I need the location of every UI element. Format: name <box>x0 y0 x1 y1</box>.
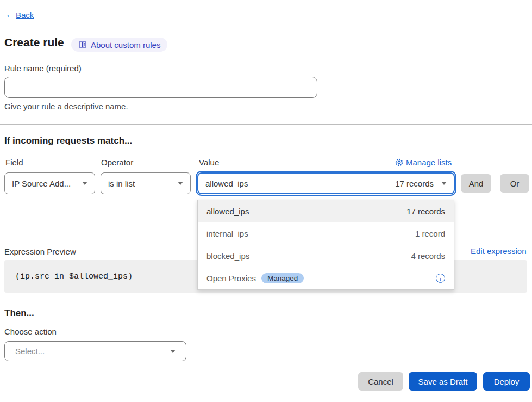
gear-icon <box>395 158 403 166</box>
and-button[interactable]: And <box>461 174 491 193</box>
or-button[interactable]: Or <box>500 174 529 193</box>
manage-lists-link[interactable]: Manage lists <box>395 158 452 167</box>
value-dropdown-panel: allowed_ips 17 records internal_ips 1 re… <box>197 200 454 290</box>
rule-name-label: Rule name (required) <box>4 64 82 73</box>
page-title: Create rule <box>4 36 64 49</box>
chevron-down-icon <box>170 350 176 353</box>
field-label: Field <box>5 158 23 167</box>
section-divider <box>0 124 532 125</box>
info-icon[interactable]: i <box>436 274 445 283</box>
rule-name-helper-text: Give your rule a descriptive name. <box>4 102 128 111</box>
back-link[interactable]: ←Back <box>5 9 34 20</box>
operator-select-value: is in list <box>108 179 135 188</box>
dropdown-item-open-proxies[interactable]: Open Proxies Managed i <box>198 267 454 289</box>
list-item-count: 1 record <box>415 229 445 238</box>
create-rule-page: ←Back Create rule About custom rules Rul… <box>0 0 532 402</box>
field-select-value: IP Source Add... <box>12 179 71 188</box>
dropdown-item-allowed-ips[interactable]: allowed_ips 17 records <box>198 200 454 222</box>
list-item-count: 4 records <box>411 251 445 261</box>
edit-expression-link[interactable]: Edit expression <box>471 246 527 256</box>
then-section-heading: Then... <box>4 308 34 319</box>
operator-select[interactable]: is in list <box>101 172 191 194</box>
expression-code: (ip.src in $allowed_ips) <box>15 272 133 281</box>
value-select-record-count: 17 records <box>395 179 434 188</box>
list-item-name: allowed_ips <box>206 207 249 216</box>
list-item-name: internal_ips <box>206 229 248 238</box>
deploy-button[interactable]: Deploy <box>483 372 530 391</box>
book-icon <box>78 40 87 49</box>
value-label: Value <box>199 158 219 167</box>
choose-action-select[interactable]: Select... <box>4 341 186 361</box>
cancel-button[interactable]: Cancel <box>358 372 403 391</box>
back-link-label[interactable]: Back <box>16 10 34 20</box>
choose-action-label: Choose action <box>4 327 57 336</box>
about-pill-label: About custom rules <box>91 40 160 50</box>
match-section-heading: If incoming requests match... <box>4 135 132 146</box>
back-arrow-icon: ← <box>5 9 15 20</box>
rule-name-input[interactable] <box>4 77 317 98</box>
manage-lists-label[interactable]: Manage lists <box>406 158 452 167</box>
action-select-placeholder: Select... <box>15 347 45 356</box>
field-select[interactable]: IP Source Add... <box>4 172 95 194</box>
dropdown-item-internal-ips[interactable]: internal_ips 1 record <box>198 222 454 245</box>
list-item-count: 17 records <box>406 207 445 216</box>
value-select[interactable]: allowed_ips 17 records <box>197 172 455 194</box>
expression-preview-label: Expression Preview <box>4 247 76 256</box>
dropdown-item-blocked-ips[interactable]: blocked_ips 4 records <box>198 245 454 267</box>
list-item-name: blocked_ips <box>206 251 249 261</box>
chevron-down-icon <box>178 182 183 185</box>
about-custom-rules-link[interactable]: About custom rules <box>71 38 167 52</box>
chevron-down-icon <box>82 182 87 185</box>
value-select-value: allowed_ips <box>205 179 248 188</box>
chevron-down-icon <box>441 182 447 185</box>
managed-badge: Managed <box>261 273 304 283</box>
save-as-draft-button[interactable]: Save as Draft <box>409 372 477 391</box>
operator-label: Operator <box>101 158 133 167</box>
list-item-name: Open Proxies <box>206 274 256 283</box>
